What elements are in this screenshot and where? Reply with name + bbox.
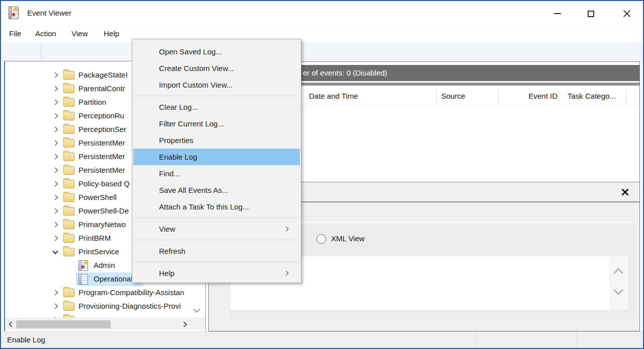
menu-item-open-saved-log[interactable]: Open Saved Log...	[133, 43, 300, 60]
tree-item[interactable]: Program-Compatibility-Assistan	[5, 286, 205, 300]
folder-icon	[63, 98, 74, 107]
window-title: Event Viewer	[27, 1, 71, 25]
folder-icon	[63, 166, 74, 175]
chevron-down-icon[interactable]	[52, 248, 58, 254]
submenu-arrow-icon	[284, 227, 289, 232]
chevron-right-icon[interactable]	[52, 303, 58, 309]
menu-separator	[134, 93, 299, 99]
chevron-right-icon[interactable]	[52, 194, 58, 200]
folder-icon	[63, 85, 74, 93]
toolbar-separator	[41, 46, 41, 58]
column-event-id[interactable]: Event ID	[511, 87, 557, 105]
folder-icon	[63, 180, 74, 188]
submenu-arrow-icon	[284, 271, 289, 276]
folder-icon	[63, 289, 74, 297]
folder-icon	[63, 139, 74, 148]
title-bar: Event Viewer	[1, 1, 643, 25]
menu-item-refresh[interactable]: Refresh	[133, 243, 300, 259]
maximize-button[interactable]	[579, 2, 603, 25]
chevron-right-icon[interactable]	[52, 167, 58, 173]
folder-icon	[63, 302, 74, 311]
menu-separator	[134, 237, 299, 243]
scroll-up-icon[interactable]	[613, 268, 623, 278]
menu-item-import-custom-view[interactable]: Import Custom View...	[133, 77, 300, 93]
menu-item-enable-log[interactable]: Enable Log	[133, 149, 300, 165]
xml-view-label: XML View	[331, 234, 365, 243]
column-date-and-time[interactable]: Date and Time	[309, 87, 358, 105]
menu-separator	[134, 259, 299, 265]
chevron-right-icon[interactable]	[52, 208, 58, 214]
menu-item-create-custom-view[interactable]: Create Custom View...	[133, 60, 300, 77]
folder-icon	[63, 207, 74, 216]
chevron-right-icon[interactable]	[52, 290, 58, 295]
column-task-category[interactable]: Task Catego...	[568, 87, 616, 105]
status-text: Enable Log	[7, 332, 45, 348]
minimize-button[interactable]	[545, 2, 569, 25]
operational-log-icon	[78, 274, 88, 285]
menu-bar: File Action View Help	[1, 26, 643, 42]
toolbar: ?	[1, 42, 643, 61]
menu-item-view[interactable]: View	[133, 221, 300, 237]
xml-scrollbar[interactable]	[609, 256, 628, 310]
menu-help[interactable]: Help	[104, 26, 119, 41]
folder-icon	[63, 221, 74, 229]
chevron-right-icon[interactable]	[52, 222, 58, 227]
menu-file[interactable]: File	[9, 26, 21, 41]
folder-icon	[63, 193, 74, 202]
folder-icon	[63, 153, 74, 161]
status-bar: Enable Log	[1, 331, 643, 348]
admin-log-icon	[78, 260, 88, 271]
menu-item-filter-current-log[interactable]: Filter Current Log...	[133, 115, 300, 132]
tree-horizontal-scrollbar[interactable]	[5, 318, 205, 330]
chevron-right-icon[interactable]	[52, 154, 58, 159]
close-preview-icon[interactable]	[621, 188, 629, 196]
xml-view-radio[interactable]	[316, 234, 326, 244]
chevron-right-icon[interactable]	[52, 126, 58, 132]
event-viewer-app-icon	[9, 7, 19, 19]
column-source[interactable]: Source	[441, 87, 465, 105]
chevron-right-icon[interactable]	[52, 140, 58, 146]
folder-icon	[63, 248, 74, 256]
menu-separator	[134, 215, 299, 221]
chevron-right-icon[interactable]	[52, 86, 58, 91]
chevron-right-icon[interactable]	[52, 235, 58, 241]
chevron-right-icon[interactable]	[52, 181, 58, 186]
menu-item-properties[interactable]: Properties	[133, 132, 300, 149]
tree-item[interactable]: Provisioning-Diagnostics-Provi	[5, 300, 205, 313]
menu-action[interactable]: Action	[35, 26, 56, 41]
scroll-left-icon[interactable]	[9, 321, 14, 327]
chevron-right-icon[interactable]	[52, 72, 58, 78]
menu-item-find[interactable]: Find...	[133, 165, 300, 182]
scroll-right-icon[interactable]	[181, 321, 187, 327]
scrollbar-thumb[interactable]	[16, 320, 111, 328]
folder-icon	[63, 234, 74, 243]
folder-icon	[63, 125, 74, 134]
menu-view[interactable]: View	[71, 26, 88, 41]
chevron-right-icon[interactable]	[52, 113, 58, 118]
events-count-text: er of events: 0 (Disabled)	[303, 65, 387, 81]
menu-item-attach-task[interactable]: Attach a Task To this Log...	[133, 198, 300, 215]
close-button[interactable]	[614, 2, 639, 25]
menu-item-save-all-events-as[interactable]: Save All Events As...	[133, 182, 300, 198]
folder-icon	[63, 71, 74, 80]
chevron-right-icon[interactable]	[52, 99, 58, 105]
event-viewer-window: Event Viewer File Action View Help ?	[0, 0, 644, 349]
context-menu: Open Saved Log... Create Custom View... …	[132, 39, 301, 283]
folder-icon	[63, 112, 74, 120]
menu-item-clear-log[interactable]: Clear Log...	[133, 99, 300, 115]
scroll-down-icon[interactable]	[613, 285, 623, 295]
menu-item-help[interactable]: Help	[133, 265, 300, 282]
